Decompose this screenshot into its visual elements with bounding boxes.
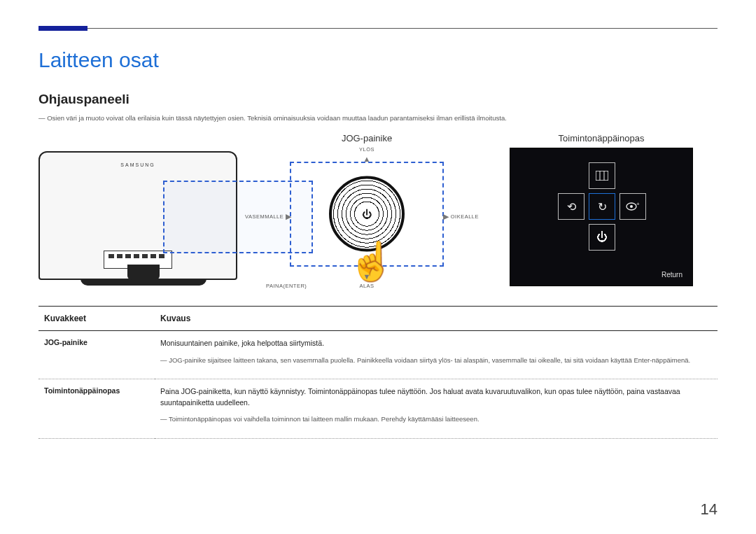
monitor-body: SAMSUNG <box>38 151 237 280</box>
brand-label: SAMSUNG <box>120 162 155 167</box>
function-key-guide: Toimintonäppäinopas ⟲ ↻ + ⏻ Return <box>485 133 718 286</box>
svg-text:+: + <box>636 202 640 207</box>
table-row: JOG-painike Monisuuntainen painike, joka… <box>38 331 718 379</box>
manual-page: Laitteen osat Ohjauspaneeli ― Osien väri… <box>0 0 756 534</box>
svg-rect-0 <box>596 171 608 181</box>
arrow-down: ▼ALAS <box>359 272 374 289</box>
svg-point-4 <box>630 205 633 208</box>
col-icons: Kuvakkeet <box>38 307 155 331</box>
jog-title: JOG-painike <box>265 133 468 143</box>
chapter-title: Laitteen osat <box>38 48 718 72</box>
row-name: JOG-painike <box>38 331 155 379</box>
menu-icon <box>589 162 615 189</box>
return-label: Return <box>662 271 682 279</box>
arrow-right: ▶OIKEALLE <box>443 212 479 221</box>
jog-dial-icon <box>329 176 405 252</box>
monitor-rear-diagram: SAMSUNG <box>38 133 248 287</box>
arrow-up: YLÖS▲ <box>359 146 374 163</box>
row-desc: Paina JOG-painiketta, kun näyttö käynnis… <box>155 379 718 439</box>
guide-title: Toimintonäppäinopas <box>485 133 718 143</box>
diagram-row: SAMSUNG JOG-painike ☝ YLÖS▲ ▼ALAS VASEMM… <box>38 133 718 288</box>
table-row: Toimintonäppäinopas Paina JOG-painiketta… <box>38 379 718 439</box>
header-rule <box>38 28 718 34</box>
monitor-stand <box>80 279 206 286</box>
refresh-icon: ↻ <box>589 193 615 220</box>
row-desc: Monisuuntainen painike, joka helpottaa s… <box>155 331 718 379</box>
row-name: Toimintonäppäinopas <box>38 379 155 439</box>
arrow-left: VASEMMALLE▶ <box>245 212 291 221</box>
power-icon: ⏻ <box>589 224 615 251</box>
disclaimer-note: ― Osien väri ja muoto voivat olla erilai… <box>38 114 718 122</box>
jog-diagram: JOG-painike ☝ YLÖS▲ ▼ALAS VASEMMALLE▶ ▶O… <box>265 133 468 288</box>
osd-panel: ⟲ ↻ + ⏻ Return <box>510 148 693 286</box>
section-title: Ohjauspaneeli <box>38 92 718 107</box>
page-number: 14 <box>701 500 718 519</box>
col-desc: Kuvaus <box>155 307 718 331</box>
eye-plus-icon: + <box>620 193 646 220</box>
description-table: Kuvakkeet Kuvaus JOG-painike Monisuuntai… <box>38 306 718 439</box>
loop-icon: ⟲ <box>558 193 584 220</box>
label-press: PAINA(ENTER) <box>266 283 307 289</box>
